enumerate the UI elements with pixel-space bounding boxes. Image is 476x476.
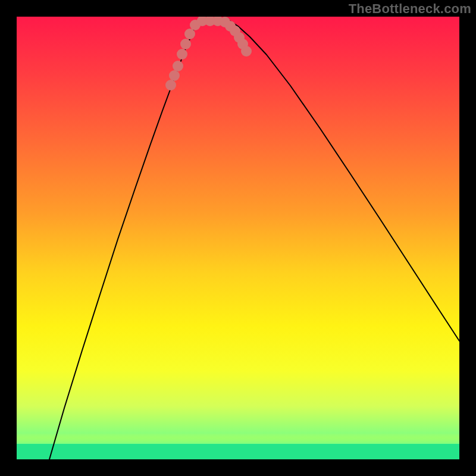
svg-point-18 (241, 46, 252, 57)
svg-point-5 (173, 61, 183, 71)
svg-point-4 (169, 70, 180, 81)
chart-stage: TheBottleneck.com (0, 0, 476, 476)
svg-rect-2 (17, 444, 459, 459)
svg-point-8 (184, 29, 195, 39)
plot-area (17, 17, 459, 459)
bottleneck-chart (17, 17, 459, 459)
svg-point-3 (165, 80, 176, 90)
svg-point-6 (177, 49, 187, 60)
watermark-text: TheBottleneck.com (349, 1, 471, 17)
svg-point-7 (180, 39, 191, 49)
svg-rect-1 (17, 433, 459, 444)
